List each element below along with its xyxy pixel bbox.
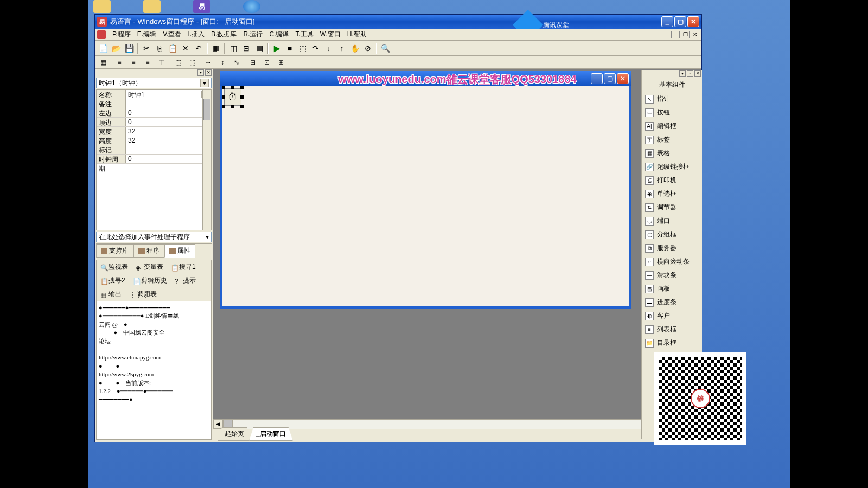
step-over-icon[interactable]: ↷ bbox=[310, 42, 322, 54]
left-tab-属性[interactable]: 属性 bbox=[164, 244, 195, 258]
lower-tab-输出[interactable]: ▦输出 bbox=[97, 287, 125, 301]
undo-icon[interactable]: ↶ bbox=[193, 42, 205, 54]
menu-帮助[interactable]: H.帮助 bbox=[344, 29, 370, 40]
timer-component[interactable] bbox=[224, 88, 241, 106]
layout-icon[interactable]: ▦ bbox=[210, 42, 222, 54]
component-编辑框[interactable]: A|编辑框 bbox=[642, 119, 702, 133]
property-row[interactable]: 时钟周期0 bbox=[97, 155, 211, 164]
maximize-button[interactable]: ▢ bbox=[674, 16, 686, 27]
component-指针[interactable]: ↖指针 bbox=[642, 92, 702, 106]
form-designer[interactable]: _ ▢ ✕ bbox=[220, 71, 631, 309]
lower-tab-搜寻2[interactable]: 📋搜寻2 bbox=[97, 274, 129, 287]
cut-icon[interactable]: ✂ bbox=[141, 42, 152, 54]
property-row[interactable]: 顶边0 bbox=[97, 118, 211, 127]
lower-tab-调用表[interactable]: ⋮⋮⋮调用表 bbox=[125, 287, 161, 301]
prop-value[interactable]: 32 bbox=[126, 127, 211, 136]
menu-编译[interactable]: C.编译 bbox=[266, 29, 292, 40]
menu-数据库[interactable]: B.数据库 bbox=[208, 29, 240, 40]
prop-value[interactable]: 0 bbox=[126, 155, 211, 163]
component-分组框[interactable]: ▢分组框 bbox=[642, 228, 702, 241]
prop-value[interactable] bbox=[126, 99, 211, 108]
resize-handle[interactable] bbox=[222, 86, 225, 89]
breakpoint-icon[interactable]: ✋ bbox=[349, 42, 361, 54]
new-icon[interactable]: 📄 bbox=[97, 42, 109, 54]
center-b-icon[interactable]: ⊞ bbox=[275, 57, 287, 68]
prop-scrollbar[interactable] bbox=[202, 90, 211, 230]
elang-shortcut-icon[interactable]: 易 bbox=[193, 0, 210, 13]
property-row[interactable]: 宽度32 bbox=[97, 127, 211, 136]
break-icon[interactable]: ⊘ bbox=[362, 42, 374, 54]
save-icon[interactable]: 💾 bbox=[123, 42, 135, 54]
size-both-icon[interactable]: ⤡ bbox=[231, 57, 242, 68]
panel1-icon[interactable]: ◫ bbox=[227, 42, 239, 54]
open-icon[interactable]: 📂 bbox=[110, 42, 122, 54]
event-selector[interactable]: 在此处选择加入事件处理子程序 ▾ bbox=[96, 232, 212, 242]
resize-handle[interactable] bbox=[240, 105, 244, 108]
form-maximize-icon[interactable]: ▢ bbox=[604, 73, 616, 84]
mdi-restore[interactable]: ❐ bbox=[681, 31, 690, 38]
palette-dock-icon[interactable]: ▾ bbox=[679, 70, 686, 77]
property-row[interactable]: 高度32 bbox=[97, 136, 211, 145]
palette-pin-icon[interactable]: ▫ bbox=[687, 70, 693, 77]
close-button[interactable]: ✕ bbox=[687, 16, 699, 27]
component-横向滚动条[interactable]: ↔横向滚动条 bbox=[642, 255, 702, 268]
component-按钮[interactable]: ▭按钮 bbox=[642, 106, 702, 119]
form-minimize-icon[interactable]: _ bbox=[591, 73, 603, 84]
run-icon[interactable]: ▶ bbox=[271, 42, 283, 54]
doc-tab-_启动窗口[interactable]: _启动窗口 bbox=[249, 427, 293, 441]
component-表格[interactable]: ▦表格 bbox=[642, 146, 702, 160]
step-into-icon[interactable]: ↓ bbox=[323, 42, 335, 54]
menu-程序[interactable]: P.程序 bbox=[109, 29, 134, 40]
prop-value[interactable] bbox=[126, 145, 211, 154]
debug1-icon[interactable]: ⬚ bbox=[297, 42, 309, 54]
grid-icon[interactable]: ▦ bbox=[97, 57, 109, 68]
menu-运行[interactable]: R.运行 bbox=[240, 29, 266, 40]
panel-dock-icon[interactable]: ▾ bbox=[197, 69, 204, 76]
prop-value[interactable]: 0 bbox=[126, 108, 211, 117]
object-selector[interactable]: 时钟1（时钟） ▾ bbox=[96, 78, 212, 88]
scroll-left-icon[interactable]: ◄ bbox=[213, 420, 223, 429]
resize-handle[interactable] bbox=[231, 86, 234, 89]
size-h-icon[interactable]: ↕ bbox=[216, 57, 228, 68]
property-row[interactable]: 左边0 bbox=[97, 108, 211, 118]
lower-tab-变量表[interactable]: ◈变量表 bbox=[132, 260, 167, 274]
left-tab-支持库[interactable]: 支持库 bbox=[96, 244, 133, 258]
resize-handle[interactable] bbox=[222, 105, 225, 108]
delete-icon[interactable]: ✕ bbox=[180, 42, 192, 54]
dist-v-icon[interactable]: ⬚ bbox=[186, 57, 198, 68]
lower-tab-搜寻1[interactable]: 📋搜寻1 bbox=[167, 260, 200, 274]
copy-icon[interactable]: ⎘ bbox=[154, 42, 165, 54]
component-服务器[interactable]: ⧉服务器 bbox=[642, 241, 702, 255]
prop-value[interactable]: 32 bbox=[126, 136, 211, 145]
doc-tab-起始页[interactable]: 起始页 bbox=[218, 427, 251, 441]
component-单选框[interactable]: ◉单选框 bbox=[642, 187, 702, 201]
align-right-icon[interactable]: ≡ bbox=[142, 57, 154, 68]
component-调节器[interactable]: ⇅调节器 bbox=[642, 201, 702, 214]
component-客户[interactable]: ◐客户 bbox=[642, 309, 702, 323]
lower-tab-监视表[interactable]: 🔍监视表 bbox=[97, 260, 132, 274]
dropdown-icon[interactable]: ▾ bbox=[206, 233, 209, 241]
find-icon[interactable]: 🔍 bbox=[379, 42, 391, 54]
resize-handle[interactable] bbox=[222, 95, 225, 99]
stop-icon[interactable]: ■ bbox=[284, 42, 296, 54]
menu-编辑[interactable]: E.编辑 bbox=[134, 29, 159, 40]
component-标签[interactable]: 字标签 bbox=[642, 133, 702, 146]
menu-插入[interactable]: I.插入 bbox=[184, 29, 208, 40]
resize-handle[interactable] bbox=[240, 86, 244, 89]
panel2-icon[interactable]: ⊟ bbox=[240, 42, 252, 54]
component-目录框[interactable]: 📁目录框 bbox=[642, 336, 702, 350]
component-超级链接框[interactable]: 🔗超级链接框 bbox=[642, 160, 702, 174]
center-h-icon[interactable]: ⊟ bbox=[247, 57, 259, 68]
folder-icon-2[interactable] bbox=[143, 0, 161, 13]
size-w-icon[interactable]: ↔ bbox=[202, 57, 214, 68]
step-out-icon[interactable]: ↑ bbox=[336, 42, 348, 54]
minimize-button[interactable]: _ bbox=[661, 16, 673, 27]
left-tab-程序[interactable]: 程序 bbox=[133, 244, 164, 258]
center-v-icon[interactable]: ⊡ bbox=[261, 57, 273, 68]
menu-工具[interactable]: T.工具 bbox=[292, 29, 317, 40]
menu-查看[interactable]: V.查看 bbox=[159, 29, 184, 40]
panel-close-icon[interactable]: ✕ bbox=[205, 69, 212, 76]
panel3-icon[interactable]: ▤ bbox=[253, 42, 265, 54]
align-top-icon[interactable]: ⊤ bbox=[156, 57, 168, 68]
property-row[interactable]: 标记 bbox=[97, 145, 211, 155]
